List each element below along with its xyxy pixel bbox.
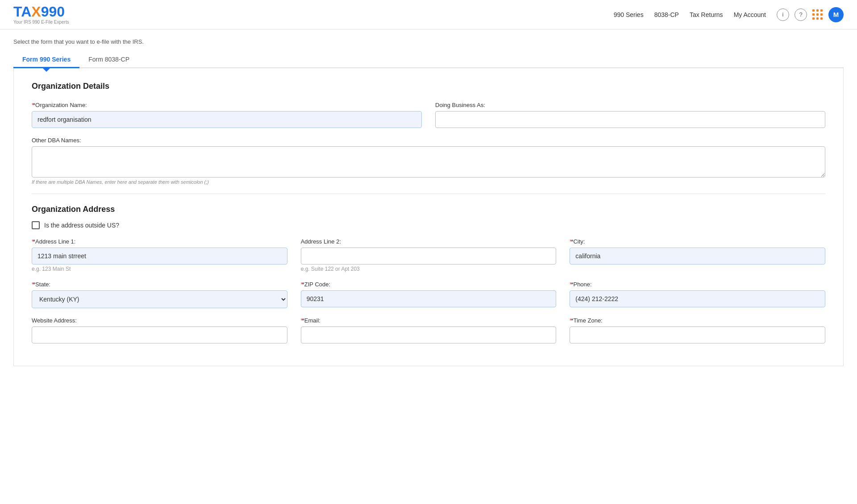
org-name-label: **Organization Name: — [32, 102, 422, 108]
logo-x: X — [31, 4, 41, 20]
address-row: **Address Line 1: e.g. 123 Main St Addre… — [32, 238, 825, 272]
form-instruction: Select the form that you want to e-file … — [13, 38, 844, 45]
dba-group: Doing Business As: — [435, 102, 825, 128]
outside-us-row: Is the address outside US? — [32, 221, 825, 229]
info-icon[interactable]: i — [777, 8, 789, 21]
email-input[interactable] — [301, 326, 557, 343]
tab-990-series[interactable]: Form 990 Series — [13, 51, 79, 67]
tab-8038cp[interactable]: Form 8038-CP — [79, 51, 138, 67]
form-container: Organization Details **Organization Name… — [13, 68, 844, 366]
logo: TAX990 Your IRS 990 E-File Experts — [13, 4, 69, 25]
org-address-title: Organization Address — [32, 205, 825, 214]
website-input[interactable] — [32, 326, 287, 343]
nav-8038cp[interactable]: 8038-CP — [654, 11, 679, 18]
logo-990: 990 — [41, 4, 65, 20]
org-details-title: Organization Details — [32, 82, 825, 91]
address1-label: **Address Line 1: — [32, 238, 287, 245]
address2-input[interactable] — [301, 248, 557, 264]
main-nav: 990 Series 8038-CP Tax Returns My Accoun… — [614, 7, 844, 22]
org-name-row: **Organization Name: Doing Business As: — [32, 102, 825, 128]
city-label: **City: — [570, 238, 825, 245]
other-dba-hint: If there are multiple DBA Names, enter h… — [32, 179, 825, 185]
state-zip-phone-row: **State: Kentucky (KY) California (CA) T… — [32, 281, 825, 308]
section-divider — [32, 194, 825, 194]
dba-label: Doing Business As: — [435, 102, 825, 108]
outside-us-checkbox[interactable] — [32, 221, 40, 229]
timezone-group: **Time Zone: — [570, 317, 825, 343]
city-input[interactable] — [570, 248, 825, 264]
timezone-input[interactable] — [570, 326, 825, 343]
state-group: **State: Kentucky (KY) California (CA) T… — [32, 281, 287, 308]
address2-hint: e.g. Suite 122 or Apt 203 — [301, 266, 557, 272]
website-group: Website Address: — [32, 317, 287, 343]
help-icon[interactable]: ? — [795, 8, 807, 21]
phone-group: **Phone: — [570, 281, 825, 308]
org-name-group: **Organization Name: — [32, 102, 422, 128]
address1-hint: e.g. 123 Main St — [32, 266, 287, 272]
logo-text: TAX990 — [13, 4, 65, 19]
email-label: **Email: — [301, 317, 557, 324]
zip-group: **ZIP Code: — [301, 281, 557, 308]
main-content: Select the form that you want to e-file … — [0, 29, 857, 375]
address2-label: Address Line 2: — [301, 238, 557, 245]
grid-icon[interactable] — [812, 9, 823, 20]
phone-label: **Phone: — [570, 281, 825, 288]
logo-tax: TA — [13, 4, 31, 20]
nav-my-account[interactable]: My Account — [734, 11, 766, 18]
website-email-timezone-row: Website Address: **Email: **Time Zone: — [32, 317, 825, 343]
other-dba-group: Other DBA Names: If there are multiple D… — [32, 137, 825, 185]
header-icons: i ? M — [777, 7, 844, 22]
other-dba-row: Other DBA Names: If there are multiple D… — [32, 137, 825, 185]
form-tabs: Form 990 Series Form 8038-CP — [13, 51, 844, 68]
timezone-label: **Time Zone: — [570, 317, 825, 324]
tab-arrow — [43, 68, 50, 72]
nav-990-series[interactable]: 990 Series — [614, 11, 644, 18]
email-group: **Email: — [301, 317, 557, 343]
header: TAX990 Your IRS 990 E-File Experts 990 S… — [0, 0, 857, 29]
outside-us-label: Is the address outside US? — [44, 222, 119, 229]
logo-subtitle: Your IRS 990 E-File Experts — [13, 20, 69, 25]
other-dba-label: Other DBA Names: — [32, 137, 825, 144]
address1-input[interactable] — [32, 248, 287, 264]
org-name-input[interactable] — [32, 111, 422, 128]
other-dba-input[interactable] — [32, 146, 825, 178]
zip-label: **ZIP Code: — [301, 281, 557, 288]
phone-input[interactable] — [570, 290, 825, 307]
address2-group: Address Line 2: e.g. Suite 122 or Apt 20… — [301, 238, 557, 272]
zip-input[interactable] — [301, 290, 557, 307]
nav-tax-returns[interactable]: Tax Returns — [690, 11, 723, 18]
address1-group: **Address Line 1: e.g. 123 Main St — [32, 238, 287, 272]
state-select[interactable]: Kentucky (KY) California (CA) Texas (TX)… — [32, 290, 287, 308]
user-avatar[interactable]: M — [828, 7, 844, 22]
city-group: **City: — [570, 238, 825, 272]
dba-input[interactable] — [435, 111, 825, 128]
website-label: Website Address: — [32, 317, 287, 324]
state-label: **State: — [32, 281, 287, 288]
